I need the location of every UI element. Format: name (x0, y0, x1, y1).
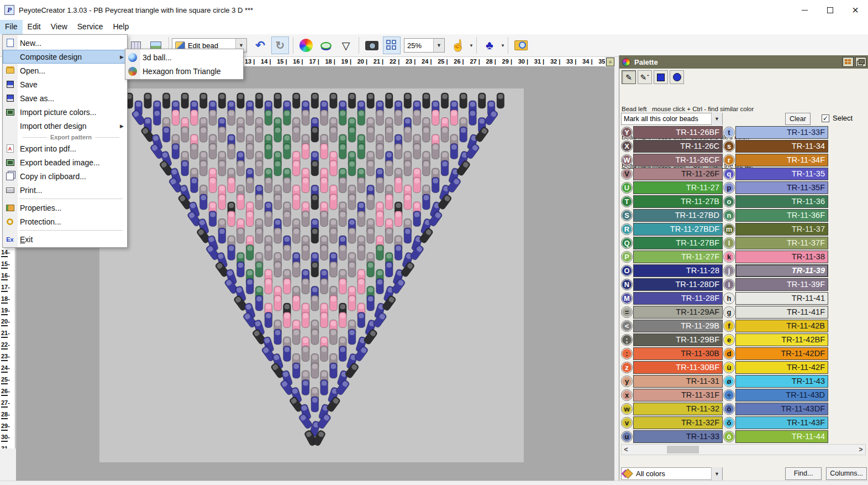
cutter-tool-button[interactable]: ✎ (622, 70, 636, 84)
palette-scrollbar[interactable]: < > (621, 444, 866, 455)
palette-color-bar[interactable]: TR-11-27B (633, 195, 723, 208)
palette-color-bar[interactable]: TR-11-42F (735, 361, 828, 374)
palette-color-bar[interactable]: TR-11-27F (633, 251, 723, 263)
rotate-button[interactable]: ↻ (271, 36, 289, 54)
palette-color-tile-tr-11-35[interactable]: qTR-11-35 (723, 167, 828, 181)
palette-color-tile-tr-11-42b[interactable]: fTR-11-42B (723, 319, 828, 333)
find-button[interactable]: Find... (785, 467, 822, 480)
palette-color-bar[interactable]: TR-11-43F (735, 416, 828, 429)
palette-color-tile-tr-11-36f[interactable]: nTR-11-36F (723, 208, 828, 222)
palette-color-bar[interactable]: TR-11-42B (735, 320, 828, 332)
palette-color-bar[interactable]: TR-11-43DF (735, 403, 828, 415)
pan-hand-button[interactable]: ☝ (449, 36, 467, 54)
palette-color-bar[interactable]: TR-11-27 (633, 181, 723, 194)
pan-dropdown-arrow[interactable]: ▼ (469, 43, 474, 48)
design-paper[interactable] (99, 88, 524, 462)
palette-color-bar[interactable]: TR-11-28F (633, 292, 723, 305)
palette-color-bar[interactable]: TR-11-26F (633, 168, 723, 180)
palette-color-tile-tr-11-34[interactable]: sTR-11-34 (723, 139, 828, 153)
menubar-item-file[interactable]: File (0, 20, 23, 34)
palette-color-tile-tr-11-41f[interactable]: gTR-11-41F (723, 305, 828, 319)
palette-color-bar[interactable]: TR-11-38 (735, 251, 828, 263)
pen-plus-tool-button[interactable]: ✎+ (638, 70, 652, 84)
palette-color-bar[interactable]: TR-11-32F (633, 416, 723, 429)
snapshot-button[interactable] (363, 36, 381, 54)
bead-pattern[interactable] (99, 88, 524, 462)
mark-mode-combo[interactable]: Mark all this color beads ▼ (621, 113, 723, 125)
menubar-item-edit[interactable]: Edit (23, 20, 46, 34)
zoom-combo[interactable]: 25% ▼ (404, 38, 445, 53)
palette-color-tile-tr-11-42f[interactable]: ùTR-11-42F (723, 361, 828, 374)
ruler-options-button[interactable]: ≡ (606, 58, 614, 66)
palette-color-tile-tr-11-33[interactable]: uTR-11-33 (621, 430, 723, 444)
menu-item-open[interactable]: Open... (3, 64, 127, 77)
palette-color-bar[interactable]: TR-11-32 (633, 403, 723, 415)
menubar-item-view[interactable]: View (46, 20, 72, 34)
maximize-button[interactable] (817, 0, 843, 20)
palette-color-tile-tr-11-42bf[interactable]: eTR-11-42BF (723, 333, 828, 347)
select-checkbox[interactable]: ✓ (822, 114, 829, 122)
palette-undock-button[interactable] (855, 57, 866, 67)
menu-item-save[interactable]: Save (3, 77, 127, 91)
palette-color-tile-tr-11-34f[interactable]: rTR-11-34F (723, 153, 828, 167)
palette-color-tile-tr-11-35f[interactable]: pTR-11-35F (723, 181, 828, 195)
palette-color-tile-tr-11-42df[interactable]: dTR-11-42DF (723, 347, 828, 361)
palette-color-bar[interactable]: TR-11-35F (735, 181, 828, 194)
palette-color-bar[interactable]: TR-11-34F (735, 154, 828, 166)
menu-item-composite-design[interactable]: Composite design▶ (3, 50, 127, 64)
palette-color-tile-tr-11-44[interactable]: ôTR-11-44 (723, 430, 828, 444)
palette-color-tile-tr-11-32f[interactable]: vTR-11-32F (621, 416, 723, 430)
menu-item-hexagon-from-triangle[interactable]: Hexagon from Triangle (125, 64, 243, 78)
palette-color-bar[interactable]: TR-11-31F (633, 389, 723, 401)
palette-color-bar[interactable]: TR-11-39 (735, 264, 828, 277)
palette-color-bar[interactable]: TR-11-43D (735, 389, 828, 401)
palette-color-tile-tr-11-27bdf[interactable]: RTR-11-27BDF (621, 222, 723, 236)
menubar-item-service[interactable]: Service (72, 20, 108, 34)
palette-color-bar[interactable]: TR-11-30BF (633, 361, 723, 374)
menu-item-protection[interactable]: Protection... (3, 215, 127, 228)
palette-color-tile-tr-11-30bf[interactable]: zTR-11-30BF (621, 361, 723, 374)
scroll-right-arrow[interactable]: > (856, 445, 865, 455)
palette-color-bar[interactable]: TR-11-28 (633, 264, 723, 277)
palette-color-bar[interactable]: TR-11-44 (735, 430, 828, 443)
menu-item-print[interactable]: Print... (3, 183, 127, 197)
palette-color-bar[interactable]: TR-11-36F (735, 209, 828, 222)
club-dropdown-arrow[interactable]: ▼ (501, 43, 505, 48)
palette-color-bar[interactable]: TR-11-26CF (633, 154, 723, 166)
palette-color-tile-tr-11-41[interactable]: hTR-11-41 (723, 291, 828, 305)
palette-color-tile-tr-11-31[interactable]: yTR-11-31 (621, 374, 723, 388)
palette-color-tile-tr-11-33f[interactable]: tTR-11-33F (723, 126, 828, 139)
search-folder-button[interactable] (512, 36, 530, 54)
palette-color-tile-tr-11-27b[interactable]: TTR-11-27B (621, 195, 723, 208)
bead-shape-button[interactable] (317, 36, 335, 54)
menu-item-3d-ball[interactable]: 3d ball... (125, 50, 243, 64)
palette-color-tile-tr-11-26cf[interactable]: WTR-11-26CF (621, 153, 723, 167)
color-filter-combo[interactable]: All colors ▼ (621, 467, 723, 480)
palette-color-tile-tr-11-29af[interactable]: =TR-11-29AF (621, 305, 723, 319)
triangle-design-button[interactable]: ▽ (337, 36, 355, 54)
palette-layout-button[interactable] (843, 57, 854, 67)
palette-color-bar[interactable]: TR-11-33 (633, 430, 723, 443)
square-bead-button[interactable] (654, 70, 668, 84)
palette-color-tile-tr-11-32[interactable]: wTR-11-32 (621, 402, 723, 416)
palette-color-tile-tr-11-39[interactable]: jTR-11-39 (723, 264, 828, 278)
menu-item-exit[interactable]: ExExit (3, 232, 127, 246)
menu-item-properties[interactable]: Properties... (3, 201, 127, 215)
palette-color-bar[interactable]: TR-11-29AF (633, 306, 723, 319)
palette-color-bar[interactable]: TR-11-31 (633, 375, 723, 388)
palette-color-bar[interactable]: TR-11-41 (735, 292, 828, 305)
palette-color-bar[interactable]: TR-11-26BF (633, 126, 723, 139)
color-filter-dropdown-arrow[interactable]: ▼ (711, 467, 722, 481)
palette-color-bar[interactable]: TR-11-35 (735, 168, 828, 180)
palette-color-bar[interactable]: TR-11-43 (735, 375, 828, 388)
palette-color-tile-tr-11-28df[interactable]: NTR-11-28DF (621, 278, 723, 291)
palette-color-bar[interactable]: TR-11-29BF (633, 333, 723, 346)
palette-color-bar[interactable]: TR-11-29B (633, 320, 723, 332)
palette-color-bar[interactable]: TR-11-27BDF (633, 223, 723, 236)
scrollbar-thumb[interactable] (667, 446, 699, 453)
columns-button[interactable]: Columns... (826, 467, 867, 480)
palette-color-bar[interactable]: TR-11-27BD (633, 209, 723, 222)
club-tool-button[interactable]: ♣ (481, 36, 498, 54)
palette-color-bar[interactable]: TR-11-34 (735, 140, 828, 153)
palette-color-tile-tr-11-26c[interactable]: XTR-11-26C (621, 139, 723, 153)
